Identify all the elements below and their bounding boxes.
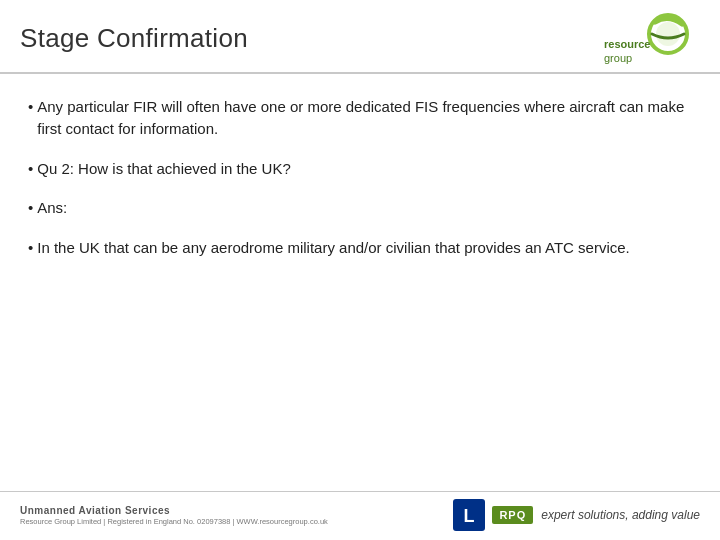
bullet-marker-3: •: [28, 197, 33, 219]
bullet-2: • Qu 2: How is that achieved in the UK?: [28, 158, 692, 180]
page: Stage Confirmation resource group • Any …: [0, 0, 720, 540]
svg-point-1: [656, 22, 680, 46]
bullet-marker-4: •: [28, 237, 33, 259]
bullet-marker-1: •: [28, 96, 33, 140]
bullet-text-1: Any particular FIR will often have one o…: [37, 96, 692, 140]
bullet-1: • Any particular FIR will often have one…: [28, 96, 692, 140]
quality-mark-icon: L: [452, 498, 486, 532]
header: Stage Confirmation resource group: [0, 0, 720, 74]
bullet-text-4: In the UK that can be any aerodrome mili…: [37, 237, 692, 259]
bullet-marker-2: •: [28, 158, 33, 180]
page-title: Stage Confirmation: [20, 23, 248, 54]
footer-tagline: expert solutions, adding value: [541, 508, 700, 522]
rpq-badge: RPQ: [492, 506, 533, 524]
main-content: • Any particular FIR will often have one…: [0, 74, 720, 287]
resource-group-logo-icon: resource group: [600, 12, 700, 64]
footer-left: Unmanned Aviation Services Resource Grou…: [20, 505, 328, 526]
logo: resource group: [600, 12, 700, 64]
svg-text:L: L: [464, 506, 475, 526]
footer: Unmanned Aviation Services Resource Grou…: [0, 491, 720, 540]
bullet-text-3: Ans:: [37, 197, 692, 219]
footer-title: Unmanned Aviation Services: [20, 505, 328, 516]
bullet-4: • In the UK that can be any aerodrome mi…: [28, 237, 692, 259]
bullet-text-2: Qu 2: How is that achieved in the UK?: [37, 158, 692, 180]
footer-right: L RPQ expert solutions, adding value: [452, 498, 700, 532]
footer-badges: L RPQ: [452, 498, 533, 532]
svg-text:resource: resource: [604, 38, 650, 50]
footer-registration: Resource Group Limited | Registered in E…: [20, 517, 328, 526]
svg-text:group: group: [604, 52, 632, 64]
bullet-3: • Ans:: [28, 197, 692, 219]
